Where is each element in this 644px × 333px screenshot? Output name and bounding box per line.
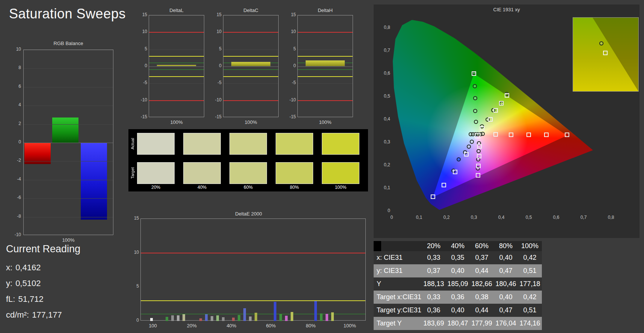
reading-cdm2-value: 177,177 [32, 310, 62, 319]
reading-x-label: x: [6, 263, 12, 272]
row-label: x: CIE31 [374, 254, 422, 262]
yellow-limit-line [298, 76, 353, 77]
red-limit-line [223, 100, 278, 101]
rgb-y-tick: -10 [6, 232, 21, 237]
delta-gridline [298, 50, 353, 50]
delta-y-tick: -5 [281, 80, 296, 85]
rgb-gridline [24, 68, 113, 69]
cie-zoom-inset [573, 17, 639, 92]
table-cell: 180,46 [494, 280, 518, 288]
target-swatch [276, 162, 313, 184]
swatch-column-label: 40% [183, 185, 221, 190]
rgb-balance-chart [23, 50, 113, 235]
table-cell: 177,99 [470, 319, 494, 327]
row-label: Target x:CIE31 [374, 293, 422, 301]
rgb-y-tick: 6 [6, 84, 21, 89]
row-label: Target y:CIE31 [374, 306, 422, 314]
deltac-panel: DeltaC 151050-5-10-15 100% [210, 8, 283, 135]
table-row: Y188,13185,09182,66180,46177,18 [374, 277, 542, 291]
delta-gridline [149, 15, 204, 16]
column-header: 100% [518, 242, 542, 250]
delta-y-tick: -15 [132, 114, 147, 119]
column-header: 80% [494, 242, 518, 250]
deltae-x-tick: 80% [300, 323, 322, 328]
reading-y-label: y: [6, 279, 12, 288]
delta-y-tick: -15 [281, 114, 296, 119]
deltae-x-tick: 60% [259, 323, 282, 328]
red-limit-line [298, 32, 353, 33]
delta-y-tick: 5 [207, 46, 222, 51]
yellow-limit-line [298, 56, 353, 57]
green-limit-line [149, 63, 204, 63]
table-cell: 185,09 [446, 280, 470, 288]
table-cell: 182,66 [470, 280, 494, 288]
yellow-limit-line [149, 76, 204, 77]
target-swatch [137, 162, 175, 184]
inset-measured-point [599, 41, 603, 45]
table-cell: 0,37 [470, 254, 494, 262]
delta-gridline [223, 83, 278, 84]
table-cell: 0,33 [422, 293, 446, 301]
table-cell: 0,40 [446, 267, 470, 275]
deltac-chart [223, 15, 279, 117]
cie-y-tick: 0,7 [375, 48, 390, 53]
row-label: y: CIE31 [374, 267, 422, 275]
table-cell: 0,47 [494, 267, 518, 275]
cie-y-tick: 0 [375, 208, 390, 213]
table-cell: 180,47 [446, 319, 470, 327]
table-cell: 177,18 [518, 280, 542, 288]
deltal-chart [149, 15, 204, 117]
rgb-gridline [24, 124, 113, 125]
reading-x: x:0,4162 [6, 263, 41, 273]
delta-y-tick: 15 [281, 12, 296, 17]
deltae-x-tick: 40% [220, 323, 243, 328]
yellow-limit-line [223, 76, 278, 77]
target-swatch [322, 162, 359, 184]
delta-gridline [298, 83, 353, 84]
table-cell: 0,51 [518, 267, 542, 275]
rgb-gridline [24, 180, 113, 180]
reading-y-value: 0,5102 [15, 279, 41, 288]
deltae-x-tick: 100 [142, 323, 164, 328]
delta-y-tick: 10 [281, 29, 296, 34]
table-cell: 183,69 [422, 319, 446, 327]
rgb-y-tick: -8 [6, 214, 21, 219]
deltae-x-axis: 10020%40%60%80%100% [128, 210, 369, 333]
table-row: Target y:CIE310,360,400,440,470,51 [374, 304, 542, 317]
cie-y-tick: 0,3 [375, 139, 390, 145]
delta-bar [157, 65, 196, 66]
rgb-bar-green [52, 118, 78, 143]
column-header: 60% [470, 242, 494, 250]
reading-x-value: 0,4162 [15, 263, 41, 272]
rgb-x-label: 100% [23, 237, 113, 243]
table-cell: 0,42 [518, 293, 542, 301]
table-cell: 0,44 [470, 267, 494, 275]
column-header: 40% [446, 242, 470, 250]
delta-y-tick: -15 [207, 114, 222, 119]
results-table: 20%40%60%80%100%x: CIE310,330,350,370,40… [374, 241, 542, 330]
delta-gridline [298, 118, 353, 118]
delta-y-tick: -5 [132, 80, 147, 85]
table-cell: 0,37 [422, 267, 446, 275]
rgb-y-tick: 10 [6, 47, 21, 52]
column-header: 20% [422, 242, 446, 250]
delta-y-tick: 5 [132, 46, 147, 51]
rgb-bar-red [24, 143, 51, 164]
rgb-gridline [24, 161, 113, 161]
rgb-gridline [24, 87, 113, 87]
page-title: Saturation Sweeps [9, 6, 126, 22]
delta-gridline [223, 50, 278, 50]
delta-bar [305, 60, 345, 66]
yellow-limit-line [149, 56, 204, 57]
target-swatch [183, 162, 221, 184]
rgb-bar-blue [81, 143, 107, 220]
reading-cdm2: cd/m²:177,177 [6, 310, 62, 320]
table-label-spacer [381, 241, 422, 251]
rgb-balance-panel: RGB Balance 1086420-2-4-6-8-10 100% [6, 40, 119, 250]
row-label: Y [374, 280, 422, 288]
table-cell: 176,04 [494, 319, 518, 327]
delta-y-tick: 0 [132, 63, 147, 68]
current-reading: Current Reading x:0,4162 y:0,5102 fL:51,… [6, 243, 119, 330]
rgb-gridline [24, 217, 113, 217]
swatch-row-label-actual: Actual [130, 133, 135, 155]
